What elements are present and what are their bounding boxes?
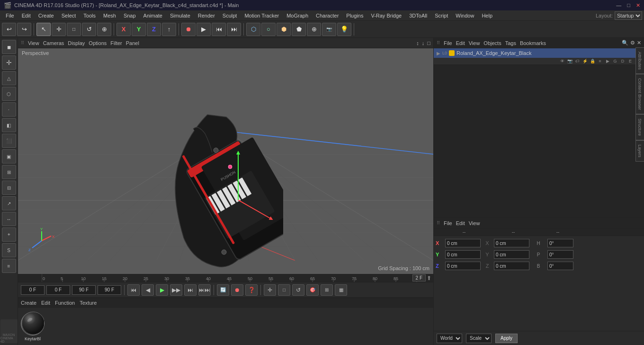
sb-deform-mode[interactable]: ⌖ <box>2 227 16 242</box>
menu-motion-tracker[interactable]: Motion Tracker <box>241 12 283 19</box>
menu-tools[interactable]: Tools <box>80 12 99 19</box>
cylinder-button[interactable]: ⬢ <box>277 23 291 36</box>
key-custom-button[interactable]: ▦ <box>335 284 347 296</box>
key-rotate-button[interactable]: ↺ <box>292 284 304 296</box>
rotate-tool-button[interactable]: ↺ <box>82 23 96 36</box>
frame-arrows[interactable]: ⬆ <box>427 275 431 281</box>
objects-menu-file[interactable]: File <box>444 40 452 46</box>
scale-tool-button[interactable]: □ <box>67 23 81 36</box>
sb-mesh-mode[interactable]: ✛ <box>2 55 16 70</box>
viewport-3d[interactable]: PUSHON <box>18 48 433 274</box>
loop-button[interactable]: 🔄 <box>217 284 229 296</box>
rewind-button[interactable]: ⏮ <box>212 23 226 36</box>
timeline-ruler[interactable]: 0 5 10 15 20 25 30 35 40 <box>18 274 433 282</box>
sb-joint-mode[interactable]: ⊞ <box>2 165 16 179</box>
menu-window[interactable]: Window <box>452 12 478 19</box>
play-fwd-button[interactable]: ▶ <box>156 284 168 296</box>
frame-current-input[interactable]: 0 F <box>46 285 70 295</box>
objects-menu-tags[interactable]: Tags <box>505 40 516 46</box>
obj-icon-l[interactable]: ≡ <box>597 59 603 64</box>
menu-help[interactable]: Help <box>478 12 496 19</box>
axis-y-button[interactable]: Y <box>132 23 146 36</box>
sb-sculpt-mode[interactable]: ▣ <box>2 149 16 163</box>
tab-attributes[interactable]: Attributes <box>635 47 644 74</box>
menu-sculpt[interactable]: Sculpt <box>219 12 241 19</box>
material-thumbnail[interactable] <box>21 312 45 336</box>
ff-button[interactable]: ⏭ <box>227 23 241 36</box>
menu-select[interactable]: Select <box>58 12 80 19</box>
maximize-button[interactable]: □ <box>627 2 630 9</box>
menu-plugins[interactable]: Plugins <box>342 12 367 19</box>
step-fwd-button[interactable]: ▶▶ <box>170 284 182 296</box>
viewport-menu-options[interactable]: Options <box>89 40 107 46</box>
viewport-fullscreen-icon[interactable]: □ <box>427 40 430 46</box>
obj-icon-render[interactable]: 📷 <box>566 59 573 64</box>
obj-icon-visible[interactable]: 👁 <box>559 59 565 64</box>
sb-texture-mode[interactable]: ◧ <box>2 118 16 132</box>
menu-create[interactable]: Create <box>35 12 58 19</box>
coord-p-val[interactable] <box>547 250 573 259</box>
record-keyframe-button[interactable]: ⏺ <box>231 284 243 296</box>
menu-mograph[interactable]: MoGraph <box>283 12 312 19</box>
world-axis-button[interactable]: ↑ <box>162 23 176 36</box>
objects-menu-edit[interactable]: Edit <box>456 40 465 46</box>
material-menu-texture[interactable]: Texture <box>80 300 97 306</box>
sb-point-mode[interactable]: · <box>2 102 16 117</box>
viewport-menu-panel[interactable]: Panel <box>126 40 139 46</box>
coords-menu-edit[interactable]: Edit <box>456 220 465 226</box>
tab-content-browser[interactable]: Content Browser <box>635 74 644 114</box>
frame-end-input[interactable]: 90 F <box>72 285 96 295</box>
key-scale-button[interactable]: □ <box>278 284 290 296</box>
coords-menu-view[interactable]: View <box>469 220 480 226</box>
go-start-button[interactable]: ⏮ <box>127 284 140 296</box>
cube-button[interactable]: ⬡ <box>246 23 260 36</box>
frame-end2-input[interactable]: 90 F <box>98 285 121 295</box>
null-button[interactable]: ⊕ <box>307 23 321 36</box>
obj-icon-mb[interactable]: 🔒 <box>589 59 596 64</box>
tab-layers[interactable]: Layers <box>635 140 644 162</box>
axis-x-button[interactable]: X <box>116 23 131 36</box>
key-target-button[interactable]: 🎯 <box>306 284 319 296</box>
coord-x-pos[interactable] <box>445 239 481 247</box>
viewport-menu-view[interactable]: View <box>28 40 39 46</box>
sb-object-mode[interactable]: ⬛ <box>2 134 16 148</box>
obj-icon-d[interactable]: D <box>619 59 626 64</box>
menu-character[interactable]: Character <box>312 12 342 19</box>
obj-icon-g[interactable]: G <box>612 59 618 64</box>
material-item[interactable]: KeytarBl <box>21 312 45 341</box>
viewport-menu-display[interactable]: Display <box>68 40 85 46</box>
menu-snap[interactable]: Snap <box>120 12 140 19</box>
world-dropdown[interactable]: World <box>437 334 462 343</box>
sb-layer-mode[interactable]: ≡ <box>2 259 16 273</box>
menu-render[interactable]: Render <box>194 12 219 19</box>
objects-search-icon[interactable]: 🔍 <box>622 40 628 46</box>
menu-file[interactable]: File <box>2 12 18 19</box>
viewport-expand-icon[interactable]: ↕ <box>416 40 419 46</box>
axis-z-button[interactable]: Z <box>147 23 161 36</box>
obj-icon-e[interactable]: E <box>627 59 634 64</box>
objects-settings-icon[interactable]: ⚙ <box>630 40 635 46</box>
move-tool-button[interactable]: ✛ <box>52 23 66 36</box>
step-back-button[interactable]: ◀ <box>142 284 154 296</box>
viewport-sort-icon[interactable]: ↓ <box>422 40 425 46</box>
menu-3dtoall[interactable]: 3DToAll <box>405 12 431 19</box>
coord-z-pos[interactable] <box>445 262 481 270</box>
plane-button[interactable]: ⬟ <box>292 23 306 36</box>
menu-animate[interactable]: Animate <box>140 12 166 19</box>
objects-menu-objects[interactable]: Objects <box>483 40 501 46</box>
minimize-button[interactable]: — <box>616 2 621 9</box>
coord-b-val[interactable] <box>547 262 573 270</box>
frame-start-input[interactable]: 0 F <box>21 285 45 295</box>
coord-z-rot[interactable] <box>494 262 529 270</box>
menu-mesh[interactable]: Mesh <box>99 12 120 19</box>
viewport-menu-filter[interactable]: Filter <box>110 40 122 46</box>
transform-button[interactable]: ⊕ <box>97 23 111 36</box>
sb-polygon-mode[interactable]: △ <box>2 71 16 85</box>
go-end2-button[interactable]: ⏭⏭ <box>198 284 211 296</box>
obj-icon-comp[interactable]: ⚡ <box>581 59 588 64</box>
material-menu-create[interactable]: Create <box>21 300 36 306</box>
key-translate-button[interactable]: ✛ <box>264 284 276 296</box>
sb-weight-mode[interactable]: ⊟ <box>2 181 16 195</box>
sphere-button[interactable]: ○ <box>261 23 276 36</box>
layout-dropdown[interactable]: Startup <box>615 11 642 20</box>
